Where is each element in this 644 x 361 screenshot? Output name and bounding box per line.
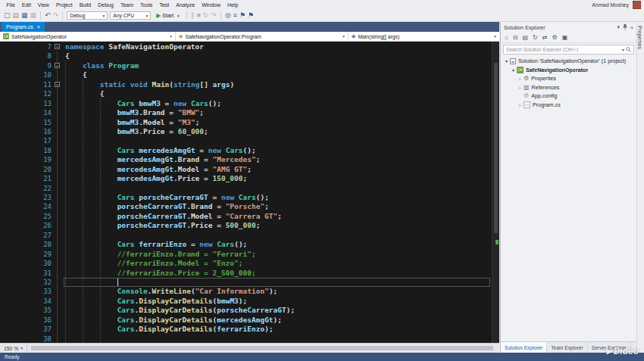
line-number[interactable]: 38 <box>0 335 52 343</box>
tool-tab-team-explorer[interactable]: Team Explorer <box>547 342 588 353</box>
tree-item-solution-safenavigationoperator-1-project[interactable]: ▾Solution 'SafeNavigationOperator' (1 pr… <box>501 57 636 66</box>
line-number[interactable]: 23 <box>0 193 52 202</box>
line-number[interactable]: 29 <box>0 250 52 259</box>
horizontal-scrollbar[interactable] <box>27 344 499 353</box>
find-in-files-icon[interactable]: ◎ <box>225 12 231 19</box>
navbar-member-dropdown[interactable]: ◆ Main(string[] args) ▾ <box>349 32 499 41</box>
menu-test[interactable]: Test <box>156 2 173 8</box>
fold-collapse-box[interactable]: − <box>55 63 60 68</box>
line-number[interactable]: 24 <box>0 202 52 211</box>
line-number[interactable]: 19 <box>0 155 52 164</box>
line-number[interactable]: 16 <box>0 127 52 136</box>
tree-item-program-cs[interactable]: ▹C#Program.cs <box>501 101 636 110</box>
tree-item-app-config[interactable]: ⚙App.config <box>501 92 636 101</box>
bookmark-icon[interactable]: ⚑ <box>239 12 245 19</box>
menu-tools[interactable]: Tools <box>137 2 156 8</box>
tree-item-safenavigationoperator[interactable]: ▾C#SafeNavigationOperator <box>501 66 636 75</box>
zoom-control[interactable]: 150 % ▾ <box>0 344 27 353</box>
new-project-icon[interactable]: ▢ <box>4 12 11 19</box>
save-icon[interactable]: ▦ <box>21 12 28 19</box>
line-number[interactable]: 21 <box>0 174 52 183</box>
code-editor[interactable]: 7−namespace SafeNavigationOperator8{9− c… <box>0 42 499 343</box>
break-all-icon[interactable]: ∥ <box>191 12 195 19</box>
expander-closed-icon[interactable]: ▹ <box>517 102 524 107</box>
line-number[interactable]: 11 <box>0 80 52 89</box>
tab-close-icon[interactable]: × <box>37 24 40 30</box>
menu-build[interactable]: Build <box>76 2 95 8</box>
sync-with-active-document-icon[interactable]: ⇄ <box>542 35 548 41</box>
menu-edit[interactable]: Edit <box>18 2 34 8</box>
line-number[interactable]: 33 <box>0 287 52 296</box>
line-number[interactable]: 20 <box>0 165 52 174</box>
fold-collapse-box[interactable]: − <box>55 82 60 87</box>
menu-project[interactable]: Project <box>52 2 76 8</box>
line-number[interactable]: 35 <box>0 306 52 315</box>
tool-tab-solution-explorer[interactable]: Solution Explorer <box>501 342 547 353</box>
line-number[interactable]: 36 <box>0 316 52 325</box>
expander-open-icon[interactable]: ▾ <box>510 67 517 73</box>
refresh-icon[interactable]: ↻ <box>533 35 538 41</box>
navbar-project-dropdown[interactable]: C# SafeNavigationOperator ▾ <box>0 32 176 41</box>
line-number[interactable]: 13 <box>0 99 52 108</box>
line-number[interactable]: 31 <box>0 269 52 278</box>
chevron-down-icon[interactable]: ▾ <box>622 47 624 52</box>
vertical-scrollbar-thumb[interactable] <box>494 63 498 233</box>
fold-collapse-box[interactable]: − <box>55 44 60 49</box>
code-surface[interactable]: 7−namespace SafeNavigationOperator8{9− c… <box>0 42 492 343</box>
expander-closed-icon[interactable]: ▹ <box>517 85 524 90</box>
properties-dock-tab[interactable]: Properties <box>637 26 642 49</box>
menu-help[interactable]: Help <box>224 2 242 8</box>
collapse-all-icon[interactable]: ⊟ <box>513 35 518 41</box>
line-number[interactable]: 15 <box>0 118 52 127</box>
user-avatar[interactable] <box>633 1 641 9</box>
comment-lines-icon[interactable]: ≡ <box>233 12 237 19</box>
line-number[interactable]: 28 <box>0 240 52 249</box>
show-all-files-icon[interactable]: ▤ <box>523 35 529 41</box>
signed-in-user-name[interactable]: Ahmad Moshey <box>592 2 629 8</box>
solution-configurations-dropdown[interactable]: Debug▾ <box>67 11 108 20</box>
line-number[interactable]: 14 <box>0 108 52 117</box>
line-number[interactable]: 32 <box>0 278 52 287</box>
menu-analyze[interactable]: Analyze <box>173 2 199 8</box>
expander-closed-icon[interactable]: ▹ <box>517 76 524 81</box>
line-number[interactable]: 27 <box>0 231 52 240</box>
step-over-icon[interactable]: ↷ <box>211 12 217 19</box>
line-number[interactable]: 8 <box>0 51 52 61</box>
solution-platforms-dropdown[interactable]: Any CPU▾ <box>110 11 151 20</box>
redo-icon[interactable]: ↷ <box>53 12 59 19</box>
open-file-icon[interactable]: ▤ <box>13 12 20 19</box>
chevron-down-icon[interactable]: ▾ <box>617 24 620 30</box>
line-number[interactable]: 7 <box>0 42 52 51</box>
menu-team[interactable]: Team <box>117 2 136 8</box>
horizontal-scrollbar-thumb[interactable] <box>31 346 493 350</box>
start-debugging-button[interactable]: ▶Start▾ <box>153 11 183 20</box>
navbar-type-dropdown[interactable]: ◆ SafeNavigationOperator.Program ▾ <box>176 32 349 41</box>
tree-item-references[interactable]: ▹▥References <box>501 83 636 92</box>
vertical-scrollbar[interactable] <box>492 42 499 343</box>
line-number[interactable]: 25 <box>0 212 52 221</box>
expander-open-icon[interactable]: ▾ <box>503 58 510 64</box>
line-number[interactable]: 10 <box>0 70 52 79</box>
pin-icon[interactable] <box>623 24 627 30</box>
tree-item-properties[interactable]: ▹⚙Properties <box>501 74 636 83</box>
restart-icon[interactable]: ↻ <box>203 12 209 19</box>
line-number[interactable]: 37 <box>0 325 52 334</box>
line-number[interactable]: 26 <box>0 221 52 230</box>
menu-debug[interactable]: Debug <box>95 2 117 8</box>
home-icon[interactable]: ⌂ <box>505 35 508 41</box>
line-number[interactable]: 9 <box>0 61 52 70</box>
line-number[interactable]: 18 <box>0 146 52 155</box>
next-bookmark-icon[interactable]: ⚑ <box>248 12 254 19</box>
save-all-icon[interactable]: ▦ <box>30 12 37 19</box>
preview-selected-items-icon[interactable]: ▣ <box>562 35 568 41</box>
stop-icon[interactable]: ■ <box>196 12 200 19</box>
line-number[interactable]: 34 <box>0 297 52 306</box>
search-solution-explorer-input[interactable]: Search Solution Explorer (Ctrl+;) ▾ <box>503 45 634 54</box>
menu-view[interactable]: View <box>34 2 52 8</box>
undo-icon[interactable]: ↶ <box>45 12 51 19</box>
line-number[interactable]: 22 <box>0 184 52 193</box>
menu-window[interactable]: Window <box>199 2 224 8</box>
line-number[interactable]: 30 <box>0 259 52 268</box>
close-icon[interactable]: × <box>630 25 633 30</box>
line-number[interactable]: 17 <box>0 136 52 145</box>
